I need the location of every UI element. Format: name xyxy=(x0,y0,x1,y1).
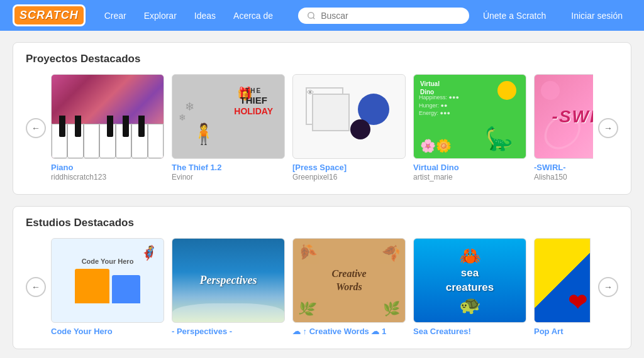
project-card-pressspace[interactable]: 👁 [Press Space] Greenpixel16 xyxy=(292,74,406,182)
main-nav: Crear Explorar Ideas Acerca de xyxy=(97,7,280,24)
dino-sun xyxy=(497,81,516,100)
thief-title-text: THE THIEF HOLIDAY xyxy=(234,87,273,117)
project-card-thief[interactable]: 🎁 THE THIEF HOLIDAY 🧍 ❄ ❄ The Thief 1.2 … xyxy=(172,74,285,182)
studios-prev-arrow[interactable]: ← xyxy=(26,277,46,297)
project-author-pressspace: Greenpixel16 xyxy=(292,173,406,182)
thief-character-icon: 🧍 xyxy=(191,122,216,146)
leaf-icon-bottomright: 🌿 xyxy=(383,301,400,317)
popart-heart-icon: ❤ xyxy=(568,290,587,316)
header: SCRATCH Crear Explorar Ideas Acerca de Ú… xyxy=(0,0,644,31)
projects-prev-arrow[interactable]: ← xyxy=(26,118,46,138)
black-key xyxy=(123,116,129,137)
studio-title-codehero: Code Your Hero xyxy=(51,327,164,336)
project-author-piano: riddhiscratch123 xyxy=(51,173,164,182)
thief-holiday-text: HOLIDAY xyxy=(234,106,273,117)
project-thumb-piano xyxy=(51,74,164,159)
black-key xyxy=(138,116,145,137)
project-title-pressspace: [Press Space] xyxy=(292,163,406,172)
projects-cards: Piano riddhiscratch123 🎁 THE THIEF HOLID… xyxy=(51,74,593,182)
search-bar xyxy=(298,8,469,24)
project-author-swirl: Alisha150 xyxy=(534,173,593,182)
piano-key xyxy=(84,124,99,158)
studios-next-arrow[interactable]: → xyxy=(598,277,618,297)
search-icon xyxy=(307,11,316,20)
studio-card-creativewords[interactable]: 🍂 🍂 🌿 🌿 CreativeWords ☁ ↑ Creative Words… xyxy=(292,238,406,336)
studio-title-seacreatures: Sea Creatures! xyxy=(413,327,526,336)
thief-snowflake: ❄ xyxy=(185,100,194,114)
project-thumb-thief: 🎁 THE THIEF HOLIDAY 🧍 ❄ ❄ xyxy=(172,74,285,159)
black-key xyxy=(107,116,113,137)
dino-flowers: 🌸🌼 xyxy=(420,138,452,153)
seacreatures-crab-icon: 🦀 xyxy=(459,246,481,266)
codehero-label-text: Code Your Hero xyxy=(82,258,134,265)
project-thumb-swirl: ◯ ◯ -SWIRL- xyxy=(534,74,593,159)
project-title-swirl: -SWIRL- xyxy=(534,163,593,172)
project-author-dino: artist_marie xyxy=(413,173,526,182)
swirl-small-circle xyxy=(541,81,560,100)
leaf-icon-topleft: 🍂 xyxy=(295,241,318,263)
creativewords-label-text: CreativeWords xyxy=(331,268,366,294)
scratch-logo[interactable]: SCRATCH xyxy=(13,4,86,26)
projects-carousel: ← xyxy=(26,74,618,182)
nav-acerca-de[interactable]: Acerca de xyxy=(226,7,280,24)
nav-explorar[interactable]: Explorar xyxy=(136,7,184,24)
project-thumb-pressspace: 👁 xyxy=(292,74,406,159)
project-card-swirl[interactable]: ◯ ◯ -SWIRL- -SWIRL- Alisha150 xyxy=(534,74,593,182)
studio-title-popart: Pop Art xyxy=(534,327,591,336)
swirl-title-text: -SWIRL- xyxy=(552,107,593,127)
studio-card-popart[interactable]: ❤ Pop Art xyxy=(534,238,591,336)
svg-line-1 xyxy=(313,17,315,19)
studio-thumb-perspectives: Perspectives xyxy=(172,238,285,323)
leaf-icon-topright: 🍂 xyxy=(380,241,402,263)
codehero-building2 xyxy=(112,275,140,303)
studios-carousel: ← Code Your Hero 🦸 Code Your Hero xyxy=(26,238,618,336)
featured-studios-title: Estudios Destacados xyxy=(26,217,618,229)
featured-studios-section: Estudios Destacados ← Code Your Hero 🦸 C… xyxy=(13,206,631,349)
project-author-thief: Evinor xyxy=(172,173,285,182)
seacreatures-label-text: seacreatures xyxy=(446,266,494,294)
studio-title-creativewords: ☁ ↑ Creative Words ☁ 1 xyxy=(292,327,406,336)
dino-emoji: 🦕 xyxy=(485,126,513,152)
perspectives-waves xyxy=(172,303,284,322)
studio-thumb-popart: ❤ xyxy=(534,238,591,323)
project-thumb-dino: VirtualDino Happiness: ●●●Hunger: ●●Ener… xyxy=(413,74,526,159)
nav-ideas[interactable]: Ideas xyxy=(187,7,223,24)
main-content: Proyectos Destacados ← xyxy=(0,31,644,358)
nav-crear[interactable]: Crear xyxy=(97,7,134,24)
dino-stats-text: Happiness: ●●●Hunger: ●●Energy: ●●● xyxy=(419,94,459,117)
project-card-piano[interactable]: Piano riddhiscratch123 xyxy=(51,74,164,182)
login-button[interactable]: Iniciar sesión xyxy=(562,7,631,24)
codehero-hero-icon: 🦸 xyxy=(140,245,157,261)
studio-thumb-creativewords: 🍂 🍂 🌿 🌿 CreativeWords xyxy=(292,238,406,323)
search-input[interactable] xyxy=(321,11,460,21)
project-title-piano: Piano xyxy=(51,163,164,172)
studio-card-perspectives[interactable]: Perspectives - Perspectives - xyxy=(172,238,285,336)
eye-icon: 👁 xyxy=(307,89,314,96)
featured-projects-title: Proyectos Destacados xyxy=(26,53,618,65)
header-actions: Únete a Scratch Iniciar sesión xyxy=(474,7,631,24)
black-key xyxy=(59,116,65,137)
join-button[interactable]: Únete a Scratch xyxy=(474,7,555,24)
studio-title-perspectives: - Perspectives - xyxy=(172,327,285,336)
codehero-building1 xyxy=(75,269,109,303)
leaf-icon-bottomleft: 🌿 xyxy=(296,299,317,319)
thief-snowflake2: ❄ xyxy=(179,112,186,122)
project-card-dino[interactable]: VirtualDino Happiness: ●●●Hunger: ●●Ener… xyxy=(413,74,526,182)
featured-projects-section: Proyectos Destacados ← xyxy=(13,42,631,195)
svg-point-0 xyxy=(308,12,314,18)
dark-ball xyxy=(350,119,370,139)
studio-card-seacreatures[interactable]: 🦀 seacreatures 🐢 Sea Creatures! xyxy=(413,238,526,336)
project-title-thief: The Thief 1.2 xyxy=(172,163,285,172)
codehero-scene xyxy=(75,269,140,303)
projects-next-arrow[interactable]: → xyxy=(598,118,618,138)
studios-cards: Code Your Hero 🦸 Code Your Hero Perspect… xyxy=(51,238,593,336)
seacreatures-turtle-icon: 🐢 xyxy=(459,295,481,315)
project-title-dino: Virtual Dino xyxy=(413,163,526,172)
studio-thumb-seacreatures: 🦀 seacreatures 🐢 xyxy=(413,238,526,323)
studio-card-codehero[interactable]: Code Your Hero 🦸 Code Your Hero xyxy=(51,238,164,336)
piano-key xyxy=(148,124,164,158)
perspectives-label-text: Perspectives xyxy=(200,274,257,287)
studio-thumb-codehero: Code Your Hero 🦸 xyxy=(51,238,164,323)
black-key xyxy=(75,116,81,137)
